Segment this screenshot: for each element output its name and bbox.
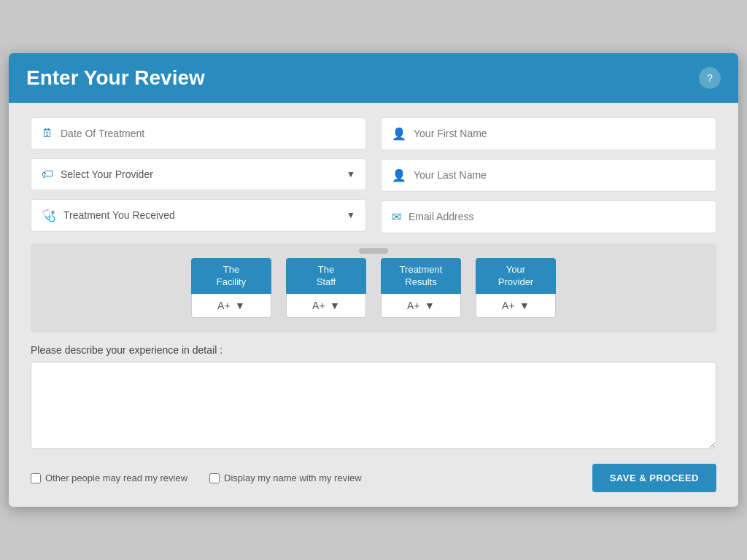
- footer-row: Other people may read my review Display …: [31, 464, 716, 492]
- modal-title: Enter Your Review: [26, 66, 205, 90]
- checkboxes-group: Other people may read my review Display …: [31, 472, 362, 483]
- description-label: Please describe your experience in detai…: [31, 344, 716, 356]
- staff-arrow: ▼: [330, 300, 340, 311]
- email-input[interactable]: [409, 211, 705, 222]
- first-name-input[interactable]: [414, 128, 705, 139]
- medical-icon: 🩺: [42, 209, 56, 222]
- facility-label: TheFacility: [191, 258, 271, 295]
- calendar-icon: 🗓: [42, 127, 53, 140]
- treatment-results-select-row[interactable]: A+ A A- B+ B ▼: [381, 294, 461, 318]
- staff-select-row[interactable]: A+ A A- B+ B ▼: [286, 294, 366, 318]
- review-modal: Enter Your Review ? 🗓 🏷 Select Your Prov…: [9, 53, 738, 508]
- facility-select-row[interactable]: A+ A A- B+ B ▼: [191, 294, 271, 318]
- treatment-results-select[interactable]: A+ A A- B+ B: [407, 300, 420, 311]
- form-row-top: 🗓 🏷 Select Your Provider ▼ 🩺 Treatment Y…: [31, 117, 716, 233]
- help-button[interactable]: ?: [699, 67, 721, 89]
- treatment-received-field[interactable]: 🩺 Treatment You Received ▼: [31, 199, 366, 232]
- rating-your-provider: YourProvider A+ A A- B+ B ▼: [476, 258, 556, 319]
- your-provider-select[interactable]: A+ A A- B+ B: [502, 300, 515, 311]
- display-name-checkbox-label[interactable]: Display my name with my review: [209, 472, 362, 483]
- ratings-section: TheFacility A+ A A- B+ B ▼ TheStaff: [31, 244, 716, 333]
- save-proceed-button[interactable]: SAVE & PROCEED: [592, 464, 716, 492]
- email-icon: ✉: [392, 210, 401, 224]
- select-provider-select[interactable]: Select Your Provider: [61, 168, 339, 180]
- rating-treatment-results: TreatmentResults A+ A A- B+ B ▼: [381, 258, 461, 319]
- staff-select[interactable]: A+ A A- B+ B: [312, 300, 325, 311]
- rating-staff: TheStaff A+ A A- B+ B ▼: [286, 258, 366, 319]
- facility-arrow: ▼: [235, 300, 245, 311]
- facility-select[interactable]: A+ A A- B+ B: [217, 300, 231, 311]
- modal-content: 🗓 🏷 Select Your Provider ▼ 🩺 Treatment Y…: [9, 103, 738, 508]
- email-field[interactable]: ✉: [381, 201, 716, 233]
- form-col-right: 👤 👤 ✉: [381, 117, 716, 233]
- tag-icon: 🏷: [42, 168, 53, 181]
- modal-header: Enter Your Review ?: [9, 53, 738, 103]
- scroll-handle-top: [359, 248, 388, 254]
- treatment-results-label: TreatmentResults: [381, 258, 461, 295]
- select-provider-field[interactable]: 🏷 Select Your Provider ▼: [31, 158, 366, 190]
- provider-dropdown-arrow: ▼: [347, 169, 355, 179]
- treatment-dropdown-arrow: ▼: [347, 210, 355, 220]
- your-provider-label: YourProvider: [476, 258, 556, 295]
- person-icon-first: 👤: [392, 127, 406, 141]
- first-name-field[interactable]: 👤: [381, 117, 716, 150]
- description-section: Please describe your experience in detai…: [31, 344, 716, 452]
- treatment-results-arrow: ▼: [425, 300, 435, 311]
- last-name-input[interactable]: [414, 169, 705, 181]
- display-name-label: Display my name with my review: [224, 472, 362, 483]
- public-review-checkbox[interactable]: [31, 473, 41, 483]
- display-name-checkbox[interactable]: [209, 473, 220, 483]
- person-icon-last: 👤: [392, 168, 406, 182]
- rating-facility: TheFacility A+ A A- B+ B ▼: [191, 258, 271, 319]
- description-textarea[interactable]: [31, 362, 716, 449]
- date-of-treatment-input[interactable]: [61, 128, 355, 139]
- public-review-checkbox-label[interactable]: Other people may read my review: [31, 472, 187, 483]
- treatment-received-select[interactable]: Treatment You Received: [63, 209, 339, 221]
- date-of-treatment-field[interactable]: 🗓: [31, 117, 366, 149]
- public-review-label: Other people may read my review: [45, 472, 187, 483]
- your-provider-select-row[interactable]: A+ A A- B+ B ▼: [476, 294, 556, 318]
- form-col-left: 🗓 🏷 Select Your Provider ▼ 🩺 Treatment Y…: [31, 117, 366, 233]
- your-provider-arrow: ▼: [519, 300, 530, 311]
- staff-label: TheStaff: [286, 258, 366, 295]
- last-name-field[interactable]: 👤: [381, 159, 716, 192]
